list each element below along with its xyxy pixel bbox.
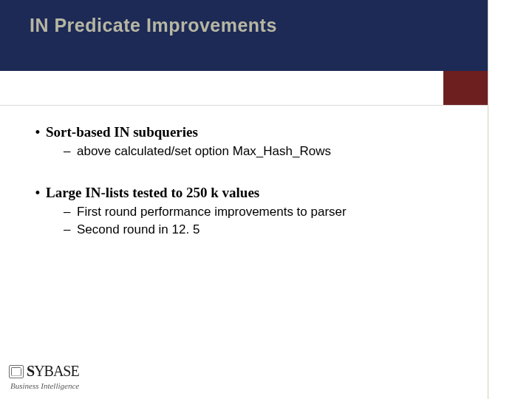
bullet-text: Sort-based IN subqueries (46, 124, 198, 140)
bullet-level1: • Large IN-lists tested to 250 k values (30, 185, 443, 201)
footer-tagline: Business Intelligence (10, 381, 79, 390)
bullet-subtext: above calculated/set option Max_Hash_Row… (77, 143, 331, 160)
logo-mark-icon (9, 365, 24, 378)
bullet-dash-icon: – (64, 222, 77, 238)
bullet-subtext: First round performance improvements to … (77, 204, 347, 220)
content-area: • Sort-based IN subqueries – above calcu… (30, 117, 443, 239)
bullet-level2: – First round performance improvements t… (64, 204, 443, 220)
bullet-dot-icon: • (30, 185, 46, 201)
spacer (30, 161, 443, 177)
logo-text: SYBASE (27, 363, 79, 380)
bullet-text: Large IN-lists tested to 250 k values (46, 185, 259, 201)
accent-divider (0, 105, 488, 106)
logo-rest: YBASE (34, 363, 79, 379)
bullet-dash-icon: – (64, 143, 77, 160)
slide: IN Predicate Improvements • Sort-based I… (0, 0, 532, 399)
bullet-dash-icon: – (64, 204, 77, 220)
bullet-level2: – above calculated/set option Max_Hash_R… (64, 143, 443, 160)
logo-prefix: S (27, 363, 34, 379)
slide-title: IN Predicate Improvements (30, 15, 277, 36)
bullet-dot-icon: • (30, 124, 46, 140)
bullet-subtext: Second round in 12. 5 (77, 222, 200, 238)
accent-block (443, 71, 488, 105)
logo: SYBASE (9, 363, 79, 380)
footer: SYBASE Business Intelligence (9, 363, 79, 390)
right-column (488, 0, 532, 399)
bullet-level2: – Second round in 12. 5 (64, 222, 443, 238)
bullet-level1: • Sort-based IN subqueries (30, 124, 443, 140)
